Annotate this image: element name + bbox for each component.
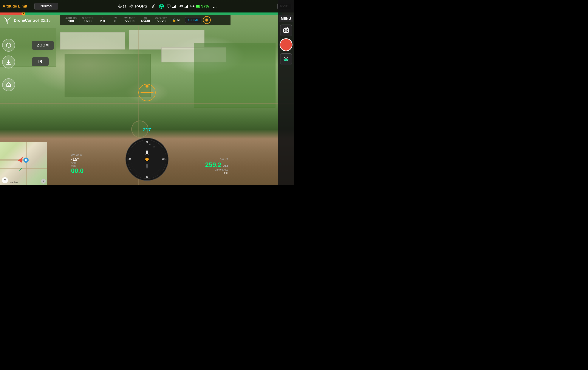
map-green-path: ⟋ (18, 166, 23, 172)
signal-bar-3 (174, 6, 175, 8)
ws-label: WS 01.8 (71, 154, 84, 157)
lock-icon: 🔒 (172, 18, 176, 22)
f-stop-section: F 2.8 (96, 17, 109, 23)
signal-broadcast-icon (3, 16, 12, 25)
tilt-value: -15° (71, 157, 84, 162)
focus-dot (205, 19, 208, 21)
road-h (0, 103, 294, 104)
hd-bar-3 (186, 6, 187, 8)
home-row (2, 74, 15, 91)
asl-label: 1849.6 ASL (205, 168, 228, 171)
map-home-marker: H (23, 158, 29, 163)
top-status-bar: Altitude Limit Normal 24 P-GPS (0, 0, 294, 12)
ae-section: 🔒 AE (170, 18, 184, 22)
fa-label: FA (190, 4, 195, 8)
home-button[interactable] (2, 78, 15, 91)
battery-percentage: 97% (201, 4, 209, 9)
hd-signal-status: HD (179, 4, 188, 8)
transmission-icon (150, 4, 156, 8)
capacity-value: 56:23 (157, 19, 166, 23)
altitude-bar-red (0, 12, 23, 15)
flight-path-line (147, 26, 147, 86)
crosshair (138, 84, 156, 101)
hd-bar-4 (187, 5, 188, 8)
rotate-button[interactable] (2, 39, 15, 52)
satellite-count: 24 (123, 5, 126, 8)
svg-text:W: W (162, 158, 165, 161)
svg-point-12 (161, 6, 162, 7)
heading-display: 217 (143, 127, 151, 133)
field-3 (194, 43, 275, 108)
svg-line-39 (287, 57, 288, 58)
signal-bar-2 (173, 7, 174, 8)
map-info-button[interactable]: i (41, 179, 46, 184)
mini-map[interactable]: ⟋ H ⊙ mapbox i (0, 142, 47, 185)
wb-section: WB Auto 5500K (122, 17, 138, 23)
signal-status (150, 4, 156, 8)
capacity-section: CAPACITY 56:23 (153, 17, 170, 23)
compass-dial: S W N E 21 24 (126, 138, 168, 181)
svg-marker-62 (146, 164, 148, 170)
ae-label: AE (177, 18, 181, 22)
resolution-section: 30i 4K/30 (138, 17, 153, 23)
altitude-bar-green (23, 12, 282, 15)
menu-button[interactable]: MENU (279, 15, 293, 22)
auto-iso-label: AUTO ISO (65, 17, 77, 19)
wb-value: 5500K (125, 19, 135, 23)
gps-lock-status (158, 3, 164, 9)
signal-bar-1 (172, 7, 173, 8)
drone-control-label: DroneControl 02:16 (3, 16, 51, 25)
zoom-button[interactable]: ZOOM (32, 41, 54, 50)
download-ir-row: IR (2, 55, 49, 68)
left-controls-panel: ZOOM IR (2, 39, 54, 91)
record-inner-dot (284, 43, 288, 47)
altitude-limit-label: Altitude Limit (3, 4, 33, 9)
wind-speed-section: WS 01.8 -15° SPDmph 00.0 (71, 154, 84, 174)
monitor-icon (167, 5, 171, 8)
auto-iso-section: AUTO ISO 100 (63, 17, 79, 23)
map-location-button[interactable]: ⊙ (2, 177, 8, 183)
altitude-bar[interactable]: H (0, 12, 294, 15)
record-button[interactable] (280, 38, 293, 51)
signal-bar-4 (175, 5, 176, 8)
altitude-value: 259.2 ALT (205, 161, 228, 168)
satellite-status: 24 (117, 5, 126, 8)
more-menu-button[interactable]: ... (211, 3, 218, 9)
shutter-label: SHUTTER (82, 17, 93, 19)
svg-rect-22 (196, 5, 199, 7)
svg-rect-28 (8, 85, 10, 86)
vs-label: 0.0 VS (205, 158, 228, 161)
satellite-icon (117, 5, 122, 8)
battery-icon (196, 5, 200, 8)
afc-mf-button[interactable]: AFC/MF (185, 17, 201, 23)
focus-circle-button[interactable] (203, 16, 211, 24)
crosshair-vertical (147, 86, 147, 99)
shutter-value: 1600 (84, 19, 92, 23)
camera-switch-icon (283, 27, 289, 34)
f-stop-value: 2.8 (100, 19, 105, 23)
svg-marker-61 (146, 148, 148, 155)
svg-text:24: 24 (153, 146, 156, 148)
download-button[interactable] (2, 55, 15, 68)
resolution-label: 30i (144, 17, 147, 19)
ir-button[interactable]: IR (32, 57, 49, 66)
map-road-horizontal (0, 168, 47, 169)
greenhouse-2 (129, 30, 204, 50)
download-icon (6, 59, 12, 65)
hd-bar-1 (184, 7, 184, 8)
gps-lock-icon (158, 3, 164, 9)
settings-button[interactable] (280, 53, 292, 65)
svg-point-3 (131, 6, 132, 7)
compass-center-marker (145, 157, 149, 161)
focus-controls: AFC/MF (183, 16, 212, 24)
svg-rect-21 (200, 6, 200, 7)
flight-mode-badge[interactable]: Normal (34, 3, 58, 10)
svg-point-42 (285, 60, 286, 61)
gps-mode-display: P-GPS (129, 4, 147, 9)
camera-switch-button[interactable] (280, 24, 292, 36)
mapbox-logo: mapbox (10, 181, 18, 184)
svg-rect-17 (167, 5, 170, 7)
home-icon (6, 82, 12, 88)
svg-line-1 (121, 6, 122, 7)
alt-unit-label: ALT (223, 164, 228, 168)
